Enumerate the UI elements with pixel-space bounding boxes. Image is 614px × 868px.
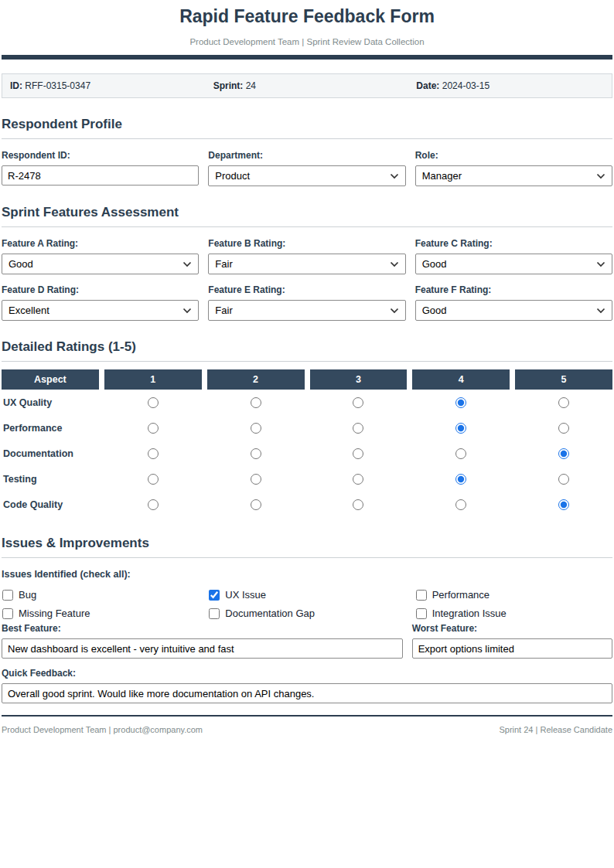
- rating-radio[interactable]: [148, 448, 159, 459]
- feature-e-field: Feature E Rating: Fair: [208, 284, 405, 321]
- rating-radio[interactable]: [148, 423, 159, 434]
- respondent-profile-heading: Respondent Profile: [2, 117, 612, 139]
- checkbox-label: Performance: [432, 589, 489, 601]
- feature-f-label: Feature F Rating:: [415, 284, 612, 295]
- integration-issue-checkbox[interactable]: [416, 608, 427, 619]
- feature-c-field: Feature C Rating: Good: [415, 238, 612, 274]
- ratings-column-header-3: 3: [310, 369, 408, 390]
- checkbox-missing-feature[interactable]: Missing Feature: [2, 608, 199, 619]
- rating-radio[interactable]: [558, 423, 569, 434]
- respondent-id-input[interactable]: [2, 165, 199, 186]
- department-select[interactable]: Product: [208, 165, 405, 186]
- checkbox-label: Missing Feature: [19, 608, 90, 619]
- issues-identified-label: Issues Identified (check all):: [2, 569, 612, 580]
- department-field: Department: Product: [208, 150, 405, 186]
- feedback-form-page: Rapid Feature Feedback Form Product Deve…: [0, 0, 614, 734]
- best-feature-label: Best Feature:: [2, 623, 403, 634]
- bug-checkbox[interactable]: [2, 590, 13, 601]
- rating-radio[interactable]: [353, 499, 363, 510]
- feature-d-rating-select[interactable]: Excellent: [2, 300, 199, 321]
- meta-bar: ID: RFF-0315-0347 Sprint: 24 Date: 2024-…: [2, 73, 612, 98]
- rating-radio[interactable]: [455, 397, 466, 408]
- footer-left-text: Product Development Team | product@compa…: [2, 725, 203, 734]
- feature-c-rating-select[interactable]: Good: [415, 254, 612, 274]
- feature-d-label: Feature D Rating:: [2, 284, 199, 295]
- rating-radio[interactable]: [251, 397, 261, 408]
- rating-radio[interactable]: [353, 448, 363, 459]
- ratings-column-header-1: 1: [104, 369, 202, 390]
- missing-feature-checkbox[interactable]: [2, 608, 13, 619]
- checkbox-bug[interactable]: Bug: [2, 589, 199, 601]
- checkbox-label: Integration Issue: [432, 608, 507, 619]
- rating-radio[interactable]: [251, 423, 261, 434]
- feature-f-rating-select[interactable]: Good: [415, 300, 612, 321]
- page-subtitle: Product Development Team | Sprint Review…: [2, 37, 612, 46]
- aspect-label: UX Quality: [2, 397, 99, 408]
- rating-radio[interactable]: [353, 474, 363, 485]
- rating-radio[interactable]: [353, 397, 363, 408]
- feature-b-rating-select[interactable]: Fair: [208, 254, 405, 274]
- rating-radio[interactable]: [455, 474, 466, 485]
- role-select[interactable]: Manager: [415, 165, 612, 186]
- feature-d-field: Feature D Rating: Excellent: [2, 284, 199, 321]
- ratings-table: Aspect 1 2 3 4 5 UX Quality Performance …: [2, 369, 612, 517]
- rating-radio[interactable]: [251, 499, 261, 510]
- rating-radio[interactable]: [148, 499, 159, 510]
- ratings-row-ux-quality: UX Quality: [2, 390, 612, 415]
- respondent-id-field: Respondent ID:: [2, 150, 199, 186]
- ratings-row-testing: Testing: [2, 466, 612, 492]
- documentation-gap-checkbox[interactable]: [209, 608, 220, 619]
- quick-feedback-input[interactable]: [2, 683, 612, 703]
- ratings-column-header-2: 2: [207, 369, 305, 390]
- rating-radio[interactable]: [455, 448, 466, 459]
- feature-b-field: Feature B Rating: Fair: [208, 238, 405, 274]
- ratings-column-header-aspect: Aspect: [2, 369, 99, 390]
- quick-feedback-field: Quick Feedback:: [2, 668, 612, 703]
- feature-e-rating-select[interactable]: Fair: [208, 300, 405, 321]
- respondent-id-label: Respondent ID:: [2, 150, 199, 161]
- checkbox-label: Documentation Gap: [225, 608, 315, 619]
- department-label: Department:: [208, 150, 405, 161]
- rating-radio[interactable]: [558, 474, 569, 485]
- sprint-number: Sprint: 24: [206, 74, 409, 97]
- ratings-row-documentation: Documentation: [2, 441, 612, 466]
- form-id: ID: RFF-0315-0347: [2, 74, 206, 97]
- rating-radio[interactable]: [148, 474, 159, 485]
- rating-radio[interactable]: [251, 448, 261, 459]
- rating-radio[interactable]: [558, 448, 569, 459]
- issues-heading: Issues & Improvements: [2, 536, 612, 558]
- feature-f-field: Feature F Rating: Good: [415, 284, 612, 321]
- rating-radio[interactable]: [251, 474, 261, 485]
- rating-radio[interactable]: [558, 397, 569, 408]
- form-date: Date: 2024-03-15: [408, 74, 612, 97]
- date-value: 2024-03-15: [442, 80, 489, 91]
- date-label: Date:: [416, 80, 439, 91]
- aspect-label: Code Quality: [2, 499, 99, 510]
- feature-e-label: Feature E Rating:: [208, 284, 405, 295]
- checkbox-integration-issue[interactable]: Integration Issue: [415, 608, 612, 619]
- ratings-column-header-4: 4: [412, 369, 510, 390]
- form-id-value: RFF-0315-0347: [25, 80, 90, 91]
- worst-feature-label: Worst Feature:: [412, 623, 612, 634]
- feature-b-label: Feature B Rating:: [208, 238, 405, 249]
- best-feature-field: Best Feature:: [2, 623, 403, 659]
- page-title: Rapid Feature Feedback Form: [2, 6, 612, 27]
- performance-checkbox[interactable]: [416, 590, 427, 601]
- rating-radio[interactable]: [558, 499, 569, 510]
- ux-issue-checkbox[interactable]: [209, 590, 220, 601]
- worst-feature-field: Worst Feature:: [412, 623, 612, 659]
- checkbox-documentation-gap[interactable]: Documentation Gap: [208, 608, 405, 619]
- best-feature-input[interactable]: [2, 638, 403, 659]
- best-worst-grid: Best Feature: Worst Feature:: [2, 623, 612, 659]
- rating-radio[interactable]: [455, 499, 466, 510]
- rating-radio[interactable]: [148, 397, 159, 408]
- worst-feature-input[interactable]: [412, 638, 612, 659]
- sprint-label: Sprint:: [213, 80, 244, 91]
- feature-a-rating-select[interactable]: Good: [2, 254, 199, 274]
- ratings-row-code-quality: Code Quality: [2, 492, 612, 517]
- rating-radio[interactable]: [455, 423, 466, 434]
- checkbox-ux-issue[interactable]: UX Issue: [208, 589, 405, 601]
- feature-c-label: Feature C Rating:: [415, 238, 612, 249]
- checkbox-performance[interactable]: Performance: [415, 589, 612, 601]
- rating-radio[interactable]: [353, 423, 363, 434]
